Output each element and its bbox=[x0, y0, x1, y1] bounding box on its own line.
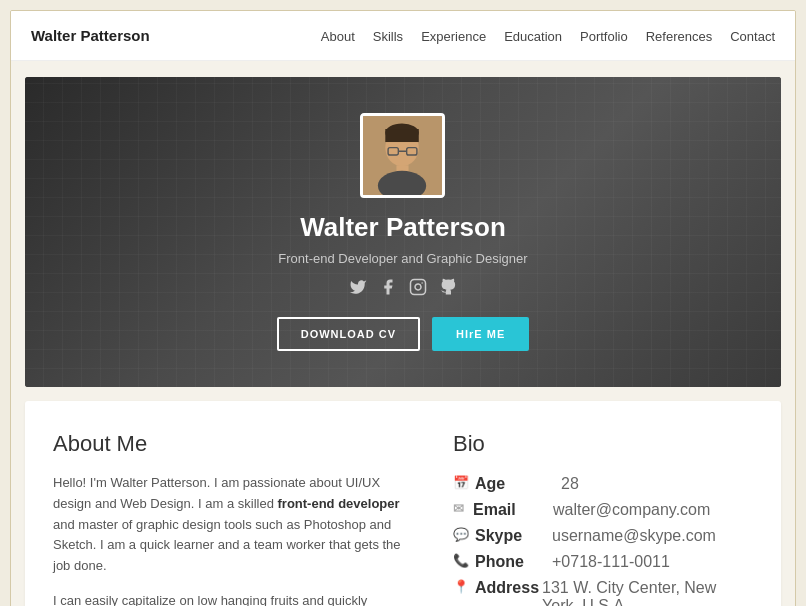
bio-age-value: 28 bbox=[543, 475, 579, 493]
about-paragraph-2: I can easily capitalize on low hanging f… bbox=[53, 591, 413, 606]
phone-icon: 📞 bbox=[453, 553, 469, 568]
nav-skills[interactable]: Skills bbox=[373, 29, 403, 44]
nav-portfolio[interactable]: Portfolio bbox=[580, 29, 628, 44]
facebook-icon[interactable] bbox=[379, 278, 397, 301]
nav-contact[interactable]: Contact bbox=[730, 29, 775, 44]
about-heading: About Me bbox=[53, 431, 413, 457]
hero-name: Walter Patterson bbox=[300, 212, 506, 243]
location-icon: 📍 bbox=[453, 579, 469, 594]
bio-age-label: Age bbox=[475, 475, 505, 493]
bio-skype: 💬 Skype username@skype.com bbox=[453, 523, 753, 549]
about-section: About Me Hello! I'm Walter Patterson. I … bbox=[25, 401, 781, 606]
about-left: About Me Hello! I'm Walter Patterson. I … bbox=[53, 431, 413, 606]
nav-about[interactable]: About bbox=[321, 29, 355, 44]
navbar: Walter Patterson About Skills Experience… bbox=[11, 11, 795, 61]
about-paragraph-1: Hello! I'm Walter Patterson. I am passio… bbox=[53, 473, 413, 577]
nav-education[interactable]: Education bbox=[504, 29, 562, 44]
bio-address: 📍 Address 131 W. City Center, New York, … bbox=[453, 575, 753, 606]
twitter-icon[interactable] bbox=[349, 278, 367, 301]
github-icon[interactable] bbox=[439, 278, 457, 301]
social-icons bbox=[349, 278, 457, 301]
bio-email-value: walter@company.com bbox=[543, 501, 710, 519]
avatar bbox=[360, 113, 445, 198]
hero-content: Walter Patterson Front-end Developer and… bbox=[277, 113, 530, 351]
svg-rect-3 bbox=[386, 129, 419, 142]
bio-fields: 📅 Age 28 ✉ Email walter@company.com 💬 bbox=[453, 471, 753, 606]
hero-title: Front-end Developer and Graphic Designer bbox=[278, 251, 527, 266]
hire-me-button[interactable]: HIrE ME bbox=[432, 317, 529, 351]
nav-logo: Walter Patterson bbox=[31, 27, 150, 44]
calendar-icon: 📅 bbox=[453, 475, 469, 490]
bio-phone-label: Phone bbox=[475, 553, 524, 571]
bio-phone: 📞 Phone +0718-111-0011 bbox=[453, 549, 753, 575]
page-wrapper: Walter Patterson About Skills Experience… bbox=[10, 10, 796, 606]
svg-rect-9 bbox=[410, 280, 425, 295]
instagram-icon[interactable] bbox=[409, 278, 427, 301]
bio-heading: Bio bbox=[453, 431, 753, 457]
nav-links: About Skills Experience Education Portfo… bbox=[321, 27, 775, 45]
bio-address-label: Address bbox=[475, 579, 539, 597]
skype-icon: 💬 bbox=[453, 527, 469, 542]
bio-section: Bio 📅 Age 28 ✉ Email walter@company.com bbox=[453, 431, 753, 606]
bio-email-label: Email bbox=[473, 501, 516, 519]
bio-phone-value: +0718-111-0011 bbox=[543, 553, 670, 571]
bio-address-value: 131 W. City Center, New York, U.S.A bbox=[539, 579, 753, 606]
hero-section: Walter Patterson Front-end Developer and… bbox=[25, 77, 781, 387]
email-icon: ✉ bbox=[453, 501, 467, 516]
bio-skype-value: username@skype.com bbox=[543, 527, 716, 545]
bio-email: ✉ Email walter@company.com bbox=[453, 497, 753, 523]
nav-references[interactable]: References bbox=[646, 29, 712, 44]
nav-experience[interactable]: Experience bbox=[421, 29, 486, 44]
download-cv-button[interactable]: DOWNLOAD CV bbox=[277, 317, 420, 351]
hero-buttons: DOWNLOAD CV HIrE ME bbox=[277, 317, 530, 351]
bio-skype-label: Skype bbox=[475, 527, 522, 545]
bio-age: 📅 Age 28 bbox=[453, 471, 753, 497]
